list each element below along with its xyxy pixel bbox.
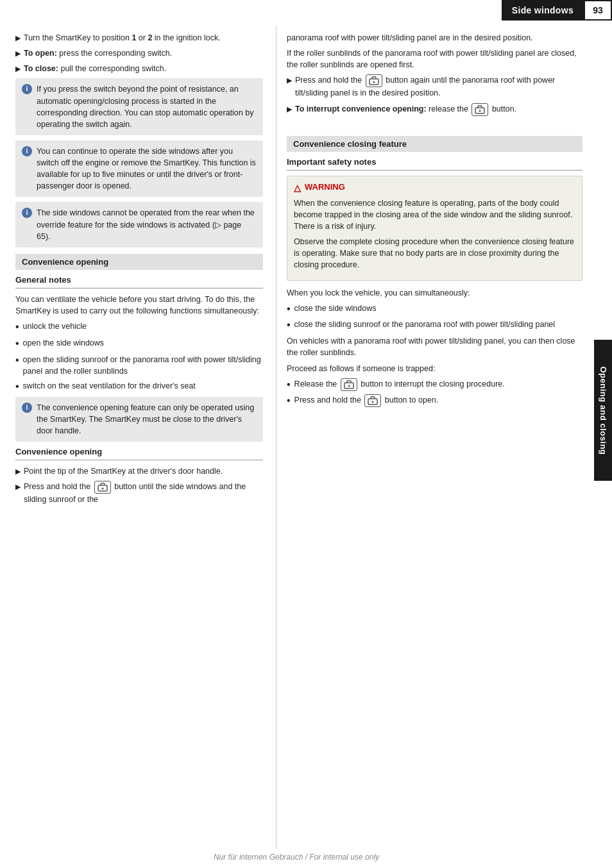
info-box-4: i The convenience opening feature can on… <box>15 397 263 442</box>
smartkey-button-open-2 <box>364 394 381 407</box>
info-text-1: If you press the switch beyond the point… <box>37 83 257 130</box>
closing-para-2: On vehicles with a panorama roof with po… <box>287 335 582 358</box>
dot-list-2: •close the side windows •close the slidi… <box>287 303 582 333</box>
list-item: •close the side windows <box>287 303 582 316</box>
unlock-icon <box>97 483 108 492</box>
section-heading-convenience-opening: Convenience opening <box>15 254 263 270</box>
svg-point-1 <box>101 488 103 490</box>
warning-para-1: When the convenience closing feature is … <box>294 197 575 232</box>
info-text-4: The convenience opening feature can only… <box>37 402 257 437</box>
footer: Nur für internen Gebrauch / For internal… <box>0 853 593 862</box>
list-item: •close the sliding sunroof or the panora… <box>287 319 582 332</box>
arrow-icon: ▶ <box>15 49 21 59</box>
closing-para-3: Proceed as follows if someone is trapped… <box>287 363 582 374</box>
dot-icon: • <box>15 354 19 367</box>
list-item-text: Press and hold the button to open. <box>294 394 439 407</box>
dot-icon: • <box>287 378 291 392</box>
left-column: ▶ Turn the SmartKey to position 1 or 2 i… <box>0 26 276 849</box>
list-item: ▶ To open: press the corresponding switc… <box>15 47 263 59</box>
smartkey-button-unlock <box>94 481 111 494</box>
info-text-3: The side windows cannot be operated from… <box>37 207 257 242</box>
info-box-2: i You can continue to operate the side w… <box>15 140 263 197</box>
warning-triangle-icon: △ <box>294 181 301 194</box>
sub-heading-general-notes: General notes <box>15 275 263 285</box>
dot-icon: • <box>287 303 291 316</box>
side-tab-label: Opening and closing <box>599 366 608 455</box>
svg-point-9 <box>372 401 374 403</box>
release-icon <box>474 105 486 114</box>
header-bar: Side windows 93 <box>0 0 612 21</box>
arrow-icon: ▶ <box>15 467 21 477</box>
smartkey-button-open <box>366 74 382 87</box>
section-heading-closing: Convenience closing feature <box>287 136 582 152</box>
smartkey-button-lock <box>341 378 357 391</box>
dot-icon: • <box>15 337 19 351</box>
list-item: ▶ Point the tip of the SmartKey at the d… <box>15 465 263 477</box>
list-item: • Press and hold the button to open. <box>287 394 582 408</box>
divider-3 <box>287 170 582 171</box>
main-content: ▶ Turn the SmartKey to position 1 or 2 i… <box>0 26 593 849</box>
dot-icon: • <box>287 394 291 408</box>
list-item-text: switch on the seat ventilation for the d… <box>23 380 196 392</box>
warning-title: △ WARNING <box>294 181 575 194</box>
list-item: ▶ Press and hold the button until the si… <box>15 481 263 505</box>
right-para-1: panorama roof with power tilt/sliding pa… <box>287 32 582 44</box>
list-item-text: Turn the SmartKey to position 1 or 2 in … <box>24 32 221 44</box>
list-item: ▶ Turn the SmartKey to position 1 or 2 i… <box>15 32 263 44</box>
svg-point-3 <box>373 81 375 83</box>
right-column: panorama roof with power tilt/sliding pa… <box>276 26 593 849</box>
list-item-text: unlock the vehicle <box>23 321 87 332</box>
list-item-text: Point the tip of the SmartKey at the dri… <box>24 465 223 477</box>
list-item: •open the sliding sunroof or the panoram… <box>15 354 263 377</box>
header-title: Side windows <box>502 0 584 21</box>
info-icon-2: i <box>22 146 32 156</box>
dot-icon: • <box>15 321 19 334</box>
open-icon-2 <box>367 396 378 405</box>
dot-icon: • <box>287 319 291 332</box>
svg-point-5 <box>479 110 481 112</box>
smartkey-button-release <box>472 103 488 116</box>
divider-2 <box>15 460 263 460</box>
list-item-text: open the sliding sunroof or the panorama… <box>23 354 263 377</box>
sub-heading-convenience-opening-proc: Convenience opening <box>15 447 263 456</box>
page-number: 93 <box>584 0 612 21</box>
info-box-1: i If you press the switch beyond the poi… <box>15 78 263 135</box>
list-item-text: Release the button to interrupt the clos… <box>294 378 505 391</box>
list-item-text: close the side windows <box>294 303 377 314</box>
convenience-opening-bullets: ▶ Point the tip of the SmartKey at the d… <box>15 465 263 505</box>
divider <box>15 288 263 288</box>
chapter-side-tab: Opening and closing <box>594 340 612 481</box>
list-item-text: close the sliding sunroof or the panoram… <box>294 319 555 330</box>
general-notes-para: You can ventilate the vehicle before you… <box>15 294 263 317</box>
open-icon <box>368 76 380 85</box>
arrow-icon: ▶ <box>15 482 21 492</box>
list-item-text: To interrupt convenience opening: releas… <box>295 103 516 116</box>
warning-box: △ WARNING When the convenience closing f… <box>287 176 582 281</box>
list-item: •open the side windows <box>15 337 263 351</box>
list-item-text: To close: pull the corresponding switch. <box>24 63 166 74</box>
right-para-2: If the roller sunblinds of the panorama … <box>287 47 582 71</box>
sub-heading-safety-notes: Important safety notes <box>287 157 582 167</box>
info-text-2: You can continue to operate the side win… <box>37 146 257 192</box>
right-bullet-list-1: ▶ Press and hold the button again until … <box>287 74 582 115</box>
list-item: •switch on the seat ventilation for the … <box>15 380 263 394</box>
list-item: ▶ To interrupt convenience opening: rele… <box>287 103 582 116</box>
list-item: •unlock the vehicle <box>15 321 263 334</box>
info-icon-1: i <box>22 84 32 94</box>
list-item-text: open the side windows <box>23 337 104 349</box>
dot-list-1: •unlock the vehicle •open the side windo… <box>15 321 263 394</box>
warning-para-2: Observe the complete closing procedure w… <box>294 236 575 271</box>
list-item-text: Press and hold the button until the side… <box>24 481 263 505</box>
arrow-icon: ▶ <box>15 64 21 74</box>
warning-label: WARNING <box>305 181 345 194</box>
list-item-text: Press and hold the button again until th… <box>295 74 582 99</box>
info-icon-3: i <box>22 208 32 218</box>
info-icon-4: i <box>22 403 32 413</box>
lock-icon <box>343 380 355 389</box>
arrow-icon: ▶ <box>15 33 21 44</box>
arrow-icon: ▶ <box>287 76 292 86</box>
arrow-icon: ▶ <box>287 104 292 115</box>
svg-point-7 <box>348 385 350 387</box>
closing-para-1: When you lock the vehicle, you can simul… <box>287 287 582 299</box>
list-item-text: To open: press the corresponding switch. <box>24 47 172 59</box>
